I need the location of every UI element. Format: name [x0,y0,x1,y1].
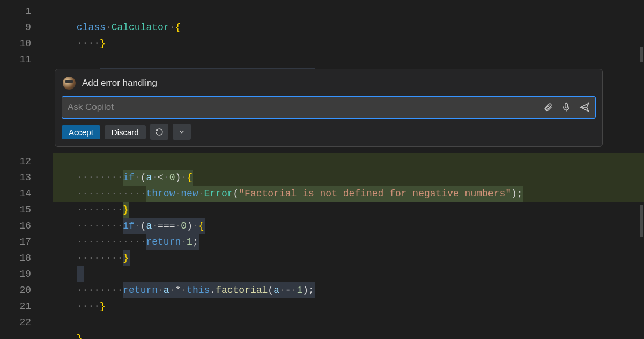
copilot-actions: Accept Discard [62,124,596,140]
copilot-input-container [62,96,596,119]
line-number: 19 [0,266,31,282]
string: "Factorial is not defined for negative n… [239,188,511,199]
line-number: 22 [0,314,31,330]
class-name: Error [204,188,233,199]
code-line[interactable]: ········if·(a·===·0)·{ [42,202,644,218]
code-line[interactable]: class·Calculator·{ [42,3,644,19]
copilot-prompt-title: Add error handling [82,78,157,89]
operator: < [158,172,164,183]
line-number: 17 [0,234,31,250]
line-number-gutter: 1 9 10 11 12 13 14 15 16 17 18 19 20 21 … [0,0,42,339]
code-line[interactable] [42,35,644,51]
line-number: 18 [0,250,31,266]
param: a [146,172,152,183]
code-line[interactable]: ····} [42,19,644,35]
line-number: 15 [0,202,31,218]
line-number: 21 [0,298,31,314]
line-number: 20 [0,282,31,298]
mic-icon[interactable] [561,102,572,113]
code-line[interactable]: ········} [42,234,644,250]
code-line[interactable] [42,250,644,266]
copilot-header: Add error handling [62,75,596,96]
code-line[interactable] [42,298,644,314]
discard-button[interactable]: Discard [105,125,146,139]
code-content[interactable]: class·Calculator·{ ····} ····public·fact… [42,0,644,339]
avatar [63,77,76,90]
scrollbar[interactable] [636,0,644,339]
brace: } [77,333,83,339]
send-icon[interactable] [579,102,590,113]
keyword: throw [146,188,175,199]
retry-icon[interactable] [150,124,168,140]
brace: } [123,204,129,215]
line-number: 12 [0,153,31,170]
code-line-added[interactable]: ········if·(a·<·0)·{ [42,153,644,170]
code-line[interactable]: ········return·a·*·this.factorial(a·-·1)… [42,266,644,282]
line-number: 16 [0,218,31,234]
code-editor: 1 9 10 11 12 13 14 15 16 17 18 19 20 21 … [0,0,644,339]
code-line[interactable]: ····} [42,282,644,298]
code-line[interactable]: } [42,314,644,330]
svg-rect-0 [565,104,568,108]
line-number: 11 [0,51,31,68]
line-number: 1 [0,3,31,19]
line-number: 10 [0,35,31,51]
code-line[interactable]: ············return·1; [42,218,644,234]
copilot-inline-chat: Add error handling Accept Discard [55,69,603,147]
accept-button[interactable]: Accept [62,125,100,139]
line-number: 9 [0,19,31,35]
brace: { [187,172,193,183]
number: 0 [169,172,175,183]
copilot-input[interactable] [68,102,543,113]
keyword: if [123,172,135,183]
line-number: 13 [0,170,31,186]
attach-icon[interactable] [543,102,553,113]
chevron-down-icon[interactable] [173,124,191,140]
code-line[interactable]: ····public·factorial(a:·number):·number·… [42,51,644,68]
keyword: new [181,188,198,199]
line-number: 14 [0,186,31,202]
